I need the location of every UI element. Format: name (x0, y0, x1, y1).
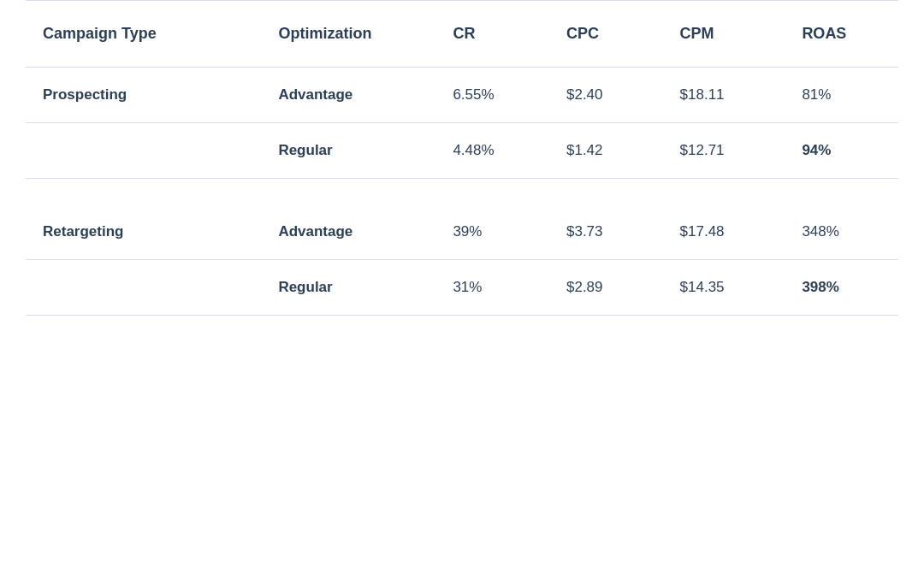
header-campaign-type: Campaign Type (26, 1, 261, 68)
cell-optimization: Advantage (261, 204, 435, 260)
cell-roas: 81% (785, 68, 898, 123)
header-cpc: CPC (549, 1, 663, 68)
cell-cr: 31% (435, 259, 549, 315)
campaign-table: Campaign Type Optimization CR CPC CPM RO… (26, 0, 898, 316)
cell-cpm: $14.35 (663, 259, 785, 315)
table-header-row: Campaign Type Optimization CR CPC CPM RO… (26, 1, 898, 68)
header-roas: ROAS (785, 1, 898, 68)
cell-cpc: $2.89 (549, 259, 663, 315)
cell-roas: 94% (785, 123, 898, 179)
cell-cpc: $1.42 (549, 123, 663, 179)
header-cpm: CPM (663, 1, 785, 68)
cell-optimization: Advantage (261, 68, 435, 123)
cell-cpm: $12.71 (663, 123, 785, 179)
table-row: Prospecting Advantage 6.55% $2.40 $18.11… (26, 68, 898, 123)
cell-roas: 348% (785, 204, 898, 260)
cell-cpc: $3.73 (549, 204, 663, 260)
cell-cr: 4.48% (435, 123, 549, 179)
cell-cpm: $17.48 (663, 204, 785, 260)
cell-campaign-type: Retargeting (26, 204, 261, 260)
table-row: Regular 4.48% $1.42 $12.71 94% (26, 123, 898, 179)
table-row: Retargeting Advantage 39% $3.73 $17.48 3… (26, 204, 898, 260)
cell-campaign-type (26, 123, 261, 179)
header-cr: CR (435, 1, 549, 68)
cell-cpc: $2.40 (549, 68, 663, 123)
cell-optimization: Regular (261, 123, 435, 179)
table-row: Regular 31% $2.89 $14.35 398% (26, 259, 898, 315)
header-optimization: Optimization (261, 1, 435, 68)
cell-cr: 39% (435, 204, 549, 260)
cell-optimization: Regular (261, 259, 435, 315)
table-container: Campaign Type Optimization CR CPC CPM RO… (0, 0, 924, 316)
cell-campaign-type: Prospecting (26, 68, 261, 123)
cell-cpm: $18.11 (663, 68, 785, 123)
cell-cr: 6.55% (435, 68, 549, 123)
cell-roas: 398% (785, 259, 898, 315)
cell-campaign-type (26, 259, 261, 315)
group-spacer (26, 179, 898, 204)
